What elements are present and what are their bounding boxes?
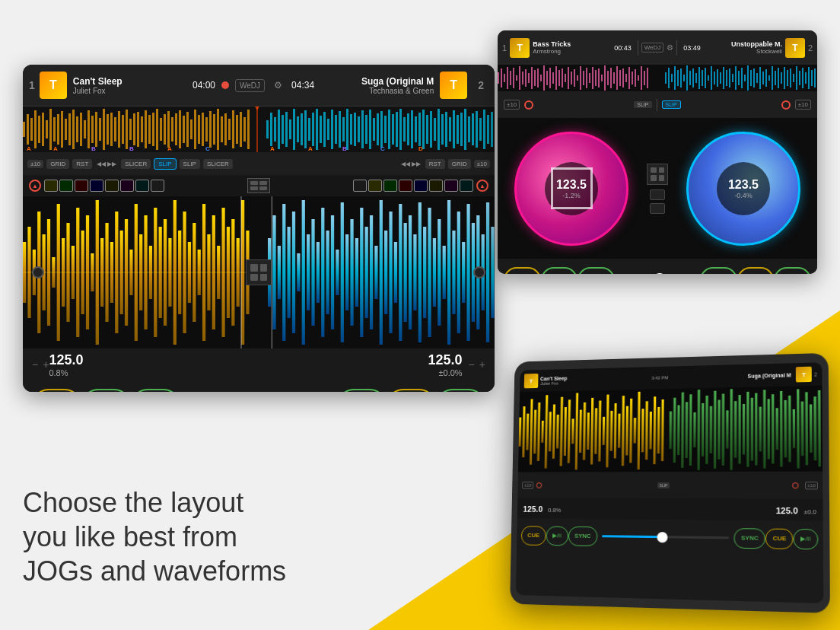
grid-btn-right[interactable]: GRID: [448, 159, 471, 169]
jog-btn[interactable]: [650, 189, 665, 200]
svg-rect-258: [583, 71, 584, 85]
jog-slip-right[interactable]: SLIP: [662, 100, 681, 109]
sync-btn-right[interactable]: SYNC: [337, 389, 387, 393]
svg-rect-48: [205, 117, 208, 142]
play-btn-left[interactable]: ▶/II: [81, 389, 131, 393]
slip-btn-right[interactable]: SLIP: [180, 159, 200, 169]
svg-rect-250: [558, 70, 560, 86]
hotcue-pad[interactable]: [444, 180, 458, 192]
svg-rect-328: [811, 70, 813, 86]
svg-rect-376: [702, 403, 704, 457]
jog-track2-artist: Stockwell: [704, 48, 782, 55]
hotcue-pad[interactable]: [105, 180, 119, 192]
hotcue-indicator-right: ▲: [476, 180, 488, 192]
svg-rect-106: [418, 113, 421, 146]
svg-rect-314: [768, 75, 770, 81]
play-btn-right[interactable]: ▶/II: [436, 389, 485, 393]
svg-rect-237: [519, 66, 520, 90]
jog-transport-row: CUE ▶/II SYNC SYNC CUE ▶/II: [498, 259, 817, 274]
tablet-slip-btn[interactable]: SLIP: [657, 482, 670, 488]
tablet-play-right[interactable]: ▶/II: [794, 528, 819, 549]
rst-btn-right[interactable]: RST: [425, 159, 445, 169]
tablet-cue-right[interactable]: CUE: [765, 528, 794, 549]
tablet-cue-left[interactable]: CUE: [521, 526, 546, 546]
svg-rect-265: [604, 65, 606, 91]
cue-btn-left[interactable]: CUE: [32, 389, 81, 393]
svg-rect-42: [183, 116, 185, 143]
hotcue-pad[interactable]: [151, 180, 164, 192]
hotcue-pad[interactable]: [44, 180, 58, 192]
svg-rect-57: [240, 112, 242, 147]
hotcue-pad[interactable]: [383, 180, 397, 192]
tablet-sync-right[interactable]: SYNC: [734, 528, 766, 549]
svg-rect-72: [289, 119, 291, 139]
svg-rect-316: [775, 71, 776, 85]
jog-square-left: [551, 167, 593, 209]
svg-rect-94: [373, 118, 375, 141]
jog-track2-num: 2: [808, 43, 813, 52]
svg-rect-204: [375, 246, 378, 299]
jog-play-btn-right[interactable]: ▶/II: [774, 267, 811, 275]
svg-rect-85: [339, 111, 341, 148]
svg-rect-268: [613, 72, 615, 84]
rst-btn-left[interactable]: RST: [72, 159, 92, 169]
jog-cue-btn-right[interactable]: CUE: [737, 267, 775, 275]
svg-rect-379: [714, 391, 717, 469]
hotcue-pad[interactable]: [460, 180, 473, 192]
tablet-cf-knob[interactable]: [657, 532, 667, 542]
svg-rect-122: [479, 118, 482, 141]
jog-crossfader-knob[interactable]: [653, 273, 667, 275]
sync-btn-left[interactable]: SYNC: [131, 389, 180, 393]
svg-rect-28: [129, 119, 132, 140]
grid-btn-left[interactable]: GRID: [46, 159, 69, 169]
slicer-btn-left[interactable]: SLICER: [121, 159, 151, 169]
svg-rect-34: [152, 113, 154, 146]
jog-play-btn-left[interactable]: ▶/II: [541, 267, 578, 275]
tablet-play-left[interactable]: ▶/II: [546, 526, 568, 546]
svg-rect-38: [167, 111, 170, 148]
hotcue-pad[interactable]: [429, 180, 443, 192]
hotcue-pad[interactable]: [120, 180, 134, 192]
jog-sync-btn-right[interactable]: SYNC: [700, 267, 737, 275]
jog-wheel-left[interactable]: 123.5 -1.2%: [514, 132, 628, 246]
cue-btn-right[interactable]: CUE: [387, 389, 436, 393]
jog-cue-btn-left[interactable]: CUE: [504, 267, 541, 275]
tablet-indicator-r: [792, 482, 798, 488]
svg-rect-56: [236, 115, 238, 144]
jog-slip-left[interactable]: SLIP: [634, 101, 651, 108]
svg-rect-86: [342, 117, 345, 142]
tablet-screen: T Can't Sleep Juliet Fox 3:42 PM Suga (O…: [516, 362, 824, 603]
hotcue-pad[interactable]: [135, 180, 149, 192]
svg-rect-395: [780, 391, 783, 467]
svg-rect-271: [622, 68, 624, 88]
jog-wheel-right[interactable]: 123.5 -0.4%: [686, 132, 800, 246]
hotcue-pad[interactable]: [90, 180, 103, 192]
tablet-sync-left[interactable]: SYNC: [568, 526, 597, 546]
slip-btn-left[interactable]: SLIP: [154, 158, 176, 170]
jog-sync-btn-left[interactable]: SYNC: [578, 267, 615, 275]
svg-rect-49: [209, 111, 212, 148]
svg-rect-355: [614, 403, 617, 458]
svg-text:B: B: [91, 145, 96, 152]
tablet-num2: 2: [814, 371, 817, 377]
hotcue-pad[interactable]: [414, 180, 428, 192]
hotcue-pad[interactable]: [368, 180, 382, 192]
hotcue-pad[interactable]: [353, 180, 367, 192]
svg-rect-371: [681, 393, 684, 468]
slicer-btn-right[interactable]: SLICER: [203, 159, 233, 169]
hotcue-pad[interactable]: [59, 180, 73, 192]
svg-rect-52: [221, 116, 223, 142]
svg-rect-87: [346, 109, 348, 150]
jog-btn[interactable]: [650, 203, 665, 214]
svg-rect-378: [710, 406, 712, 453]
hotcue-pad[interactable]: [75, 180, 88, 192]
svg-rect-235: [513, 68, 514, 88]
svg-rect-360: [634, 418, 636, 443]
hotcue-pad[interactable]: [399, 180, 412, 192]
track2-icon: T: [440, 72, 467, 99]
svg-rect-315: [772, 66, 773, 90]
svg-rect-380: [718, 400, 720, 460]
track2-title: Suga (Original M: [320, 76, 434, 87]
svg-rect-111: [438, 109, 440, 150]
svg-rect-108: [426, 115, 428, 144]
